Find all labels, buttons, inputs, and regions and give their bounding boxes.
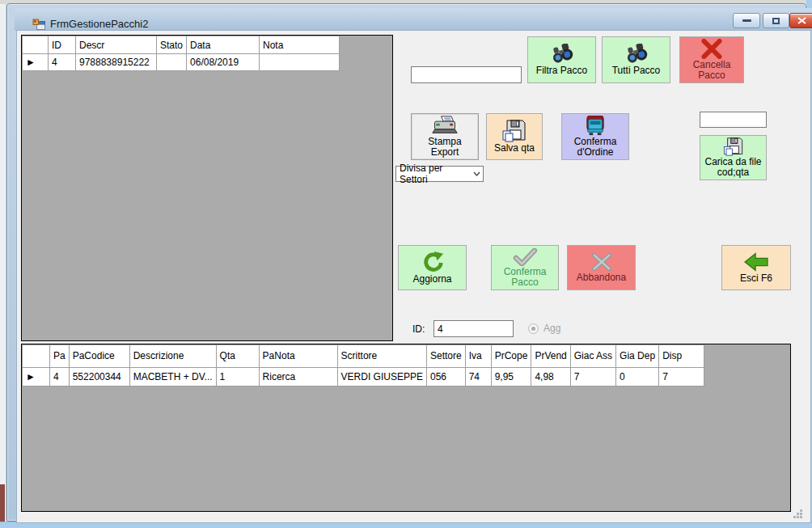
conferma-pacco-label: Conferma Pacco	[493, 267, 556, 288]
col-header-id[interactable]: ID	[49, 36, 76, 54]
col-header-prvend[interactable]: PrVend	[531, 345, 570, 368]
close-button[interactable]	[789, 13, 812, 28]
radio-dot-icon	[531, 327, 535, 331]
minimize-icon	[742, 19, 751, 22]
current-row-marker[interactable]: ►	[23, 368, 50, 386]
col-header-stato[interactable]: Stato	[157, 36, 187, 54]
file-qta-input[interactable]	[700, 112, 767, 128]
resize-grip[interactable]	[793, 509, 803, 518]
col-header-nota[interactable]: Nota	[260, 36, 340, 54]
back-arrow-icon	[742, 251, 770, 272]
col-header-giac-ass[interactable]: Giac Ass	[570, 345, 615, 368]
binoculars-icon	[548, 44, 576, 65]
cell-panota[interactable]: Ricerca	[259, 368, 337, 386]
load-floppy-icon	[722, 137, 745, 156]
cell-descr[interactable]: 9788838915222	[76, 54, 157, 71]
truck-icon	[582, 116, 608, 136]
binoculars-icon	[623, 44, 650, 65]
col-header-qta[interactable]: Qta	[216, 345, 259, 368]
conferma-ordine-button[interactable]: Conferma d'Ordine	[561, 113, 629, 160]
id-label: ID:	[412, 323, 425, 335]
dettaglio-grid-header-row: Pa PaCodice Descrizione Qta PaNota Scrit…	[23, 345, 704, 368]
col-header-panota[interactable]: PaNota	[259, 345, 337, 368]
esci-label: Esci F6	[740, 273, 772, 284]
tutti-pacco-button[interactable]: Tutti Pacco	[602, 36, 670, 83]
stampa-export-button[interactable]: Stampa Export	[411, 113, 479, 160]
aggiorna-label: Aggiorna	[412, 274, 451, 285]
cell-pacodice[interactable]: 552200344	[69, 368, 129, 386]
filtra-pacco-button[interactable]: Filtra Pacco	[527, 36, 596, 83]
col-header-settore[interactable]: Settore	[426, 345, 465, 368]
row-selector-header	[23, 36, 49, 54]
agg-radio-label: Agg	[543, 323, 560, 334]
cell-qta[interactable]: 1	[216, 368, 259, 386]
col-header-iva[interactable]: Iva	[465, 345, 491, 368]
cell-nota[interactable]	[260, 54, 340, 71]
save-floppy-icon	[502, 120, 527, 142]
dettaglio-grid: Pa PaCodice Descrizione Qta PaNota Scrit…	[22, 344, 704, 386]
cell-stato[interactable]	[157, 54, 187, 71]
cell-disp[interactable]: 7	[659, 368, 704, 386]
cell-settore[interactable]: 056	[426, 368, 465, 386]
col-header-scrittore[interactable]: Scrittore	[337, 345, 426, 368]
refresh-icon	[421, 251, 444, 273]
cell-prcope[interactable]: 9,95	[491, 368, 531, 386]
background-window-edge	[0, 4, 6, 528]
conferma-pacco-button[interactable]: Conferma Pacco	[491, 245, 559, 290]
cell-giac-ass[interactable]: 7	[570, 368, 615, 386]
abbandona-label: Abbandona	[577, 272, 626, 283]
pacchi-grid-row: ► 4 9788838915222 06/08/2019	[23, 54, 340, 71]
carica-file-label: Carica da file cod;qta	[702, 157, 764, 178]
dettaglio-grid-row: ► 4 552200344 MACBETH + DV... 1 Ricerca …	[23, 368, 704, 386]
cell-iva[interactable]: 74	[465, 368, 491, 386]
cell-gia-dep[interactable]: 0	[616, 368, 659, 386]
id-input[interactable]	[433, 320, 514, 337]
checkmark-icon	[511, 248, 539, 266]
col-header-descr[interactable]: Descr	[76, 36, 157, 54]
cancella-pacco-button[interactable]: Cancella Pacco	[679, 36, 744, 83]
cell-pa[interactable]: 4	[50, 368, 70, 386]
divisa-combobox[interactable]: Divisa per Settori	[395, 166, 484, 182]
col-header-pa[interactable]: Pa	[50, 345, 70, 368]
abort-x-icon	[588, 252, 615, 272]
col-header-pacodice[interactable]: PaCodice	[69, 345, 129, 368]
background-red-mark	[0, 484, 5, 522]
chevron-down-icon	[471, 167, 483, 181]
col-header-prcope[interactable]: PrCope	[491, 345, 531, 368]
row-marker-icon: ►	[26, 371, 36, 382]
filtra-pacco-label: Filtra Pacco	[536, 65, 587, 76]
col-header-data[interactable]: Data	[187, 36, 260, 54]
cancella-pacco-label: Cancella Pacco	[682, 60, 742, 81]
row-selector-header	[23, 345, 50, 368]
conferma-ordine-label: Conferma d'Ordine	[564, 137, 627, 158]
col-header-descrizione[interactable]: Descrizione	[129, 345, 216, 368]
salva-qta-button[interactable]: Salva qta	[486, 113, 543, 160]
cell-id[interactable]: 4	[49, 54, 76, 71]
winforms-form-icon	[32, 18, 45, 31]
pacchi-grid-panel: ID Descr Stato Data Nota ► 4 97888389152…	[21, 35, 393, 341]
col-header-gia-dep[interactable]: Gia Dep	[616, 345, 659, 368]
tutti-pacco-label: Tutti Pacco	[612, 65, 661, 76]
agg-radio[interactable]	[528, 323, 539, 334]
abbandona-button[interactable]: Abbandona	[567, 245, 636, 290]
current-row-marker[interactable]: ►	[23, 54, 49, 71]
maximize-icon	[772, 18, 780, 24]
delete-x-icon	[698, 39, 725, 59]
close-icon	[797, 17, 806, 24]
carica-file-button[interactable]: Carica da file cod;qta	[700, 135, 767, 180]
cell-prvend[interactable]: 4,98	[531, 368, 570, 386]
pacchi-grid: ID Descr Stato Data Nota ► 4 97888389152…	[22, 36, 340, 71]
esci-button[interactable]: Esci F6	[721, 245, 791, 290]
filter-input[interactable]	[411, 66, 522, 83]
window-title: FrmGestionePacchi2	[50, 18, 148, 30]
cell-descrizione[interactable]: MACBETH + DV...	[129, 368, 216, 386]
aggiorna-button[interactable]: Aggiorna	[398, 245, 467, 290]
titlebar[interactable]: FrmGestionePacchi2	[15, 8, 812, 31]
pacchi-grid-header-row: ID Descr Stato Data Nota	[23, 36, 340, 54]
col-header-disp[interactable]: Disp	[659, 345, 704, 368]
cell-data[interactable]: 06/08/2019	[187, 54, 260, 71]
maximize-button[interactable]	[763, 13, 789, 28]
dettaglio-grid-panel: Pa PaCodice Descrizione Qta PaNota Scrit…	[21, 344, 791, 512]
cell-scrittore[interactable]: VERDI GIUSEPPE	[337, 368, 426, 386]
minimize-button[interactable]	[733, 13, 760, 28]
